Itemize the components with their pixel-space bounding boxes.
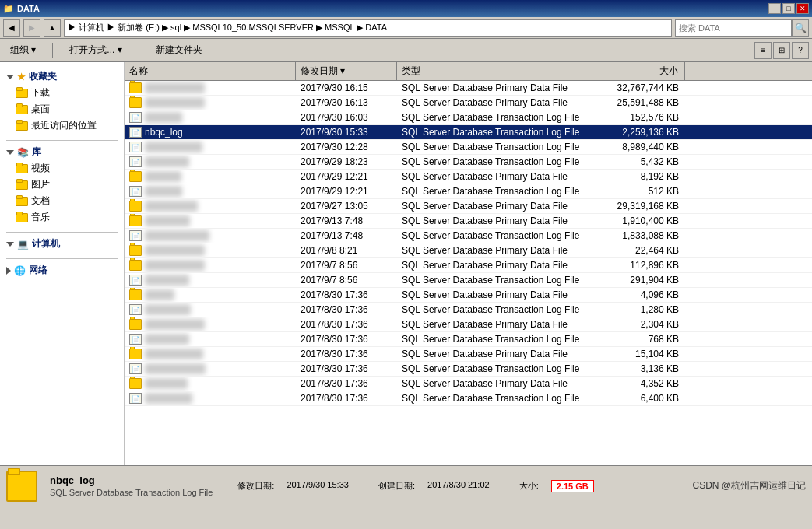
table-row[interactable]: █████████ 2017/9/7 8:56 SQL Server Datab… <box>125 258 812 273</box>
col-header-size[interactable]: 大小 <box>599 62 685 80</box>
table-row[interactable]: ████r 2017/8/30 17:36 SQL Server Databas… <box>125 288 812 303</box>
table-row[interactable]: 📄 M████████ 2017/8/30 17:36 SQL Server D… <box>125 362 812 377</box>
library-chevron <box>6 150 14 155</box>
table-row[interactable]: 📄 ████_log 2017/9/29 18:23 SQL Server Da… <box>125 155 812 170</box>
db-file-icon <box>129 378 142 389</box>
music-folder-icon <box>16 213 28 222</box>
table-row[interactable]: R█████r 2017/8/30 17:36 SQL Server Datab… <box>125 377 812 391</box>
file-cell-date: 2017/9/30 16:03 <box>296 110 397 124</box>
table-row[interactable]: ████db 2017/9/29 12:21 SQL Server Databa… <box>125 170 812 184</box>
sidebar-library-header[interactable]: 📚 库 <box>0 144 124 160</box>
file-name-blurred: R█████r <box>145 378 188 389</box>
table-row[interactable]: 📄 ████_log 2017/9/7 8:56 SQL Server Data… <box>125 273 812 288</box>
file-name-blurred: █████████ <box>145 245 205 256</box>
table-row[interactable]: 📄 ███blog 2017/9/29 12:21 SQL Server Dat… <box>125 184 812 199</box>
file-cell-date: 2017/9/8 8:21 <box>296 243 397 257</box>
file-cell-type: SQL Server Database Transaction Log File <box>397 332 599 346</box>
maximize-button[interactable]: □ <box>782 3 795 14</box>
minimize-button[interactable]: — <box>768 3 781 14</box>
sidebar-library-label: 库 <box>32 145 41 159</box>
sidebar-item-recent[interactable]: 最近访问的位置 <box>0 117 124 134</box>
file-cell-size: 15,104 KB <box>599 347 685 361</box>
file-name-blurred: M████████ <box>145 363 206 374</box>
back-button[interactable]: ◀ <box>3 19 20 37</box>
close-button[interactable]: ✕ <box>796 3 809 14</box>
sidebar-item-video[interactable]: 视频 <box>0 160 124 177</box>
db-file-icon <box>129 171 142 182</box>
help-button[interactable]: ? <box>792 42 809 59</box>
desktop-folder-icon <box>16 105 28 114</box>
file-name-blurred: ████_log <box>145 334 189 345</box>
address-field[interactable]: ▶ 计算机 ▶ 新加卷 (E:) ▶ sql ▶ MSSQL10_50.MSSQ… <box>64 19 672 37</box>
file-cell-name: 📄 ████_log <box>125 332 296 346</box>
table-row[interactable]: 📄 ████_add_log 2017/9/13 7:48 SQL Server… <box>125 229 812 243</box>
sidebar-favorites-header[interactable]: ★ 收藏夹 <box>0 68 124 85</box>
table-row[interactable]: 📄 ████_log 2017/8/30 17:36 SQL Server Da… <box>125 332 812 347</box>
size-value: 2.15 GB <box>551 480 594 492</box>
sidebar-divider-2 <box>6 232 118 233</box>
doc-folder-icon <box>16 197 28 206</box>
sidebar-item-music[interactable]: 音乐 <box>0 209 124 226</box>
sidebar-picture-label: 图片 <box>31 178 50 191</box>
table-row[interactable]: ███c_add 2017/9/13 7:48 SQL Server Datab… <box>125 214 812 229</box>
db-file-icon <box>129 260 142 271</box>
file-cell-name: █████████ <box>125 96 296 110</box>
table-row[interactable]: █████████ 2017/9/30 16:13 SQL Server Dat… <box>125 96 812 110</box>
file-cell-size: 22,464 KB <box>599 243 685 257</box>
table-row[interactable]: 📄 ███RUN_log 2017/9/30 12:28 SQL Server … <box>125 140 812 155</box>
file-cell-date: 2017/8/30 17:36 <box>296 317 397 331</box>
forward-button[interactable]: ▶ <box>23 19 40 37</box>
file-name: nbqc_log <box>145 127 183 138</box>
table-row[interactable]: ████XRUN 2017/9/27 13:05 SQL Server Data… <box>125 199 812 214</box>
up-button[interactable]: ▲ <box>44 19 61 37</box>
view-details-button[interactable]: ⊞ <box>773 42 790 59</box>
search-input[interactable] <box>675 19 792 37</box>
sidebar-item-picture[interactable]: 图片 <box>0 177 124 193</box>
table-row[interactable]: 📄 ████r_log 2017/8/30 17:36 SQL Server D… <box>125 391 812 406</box>
table-row[interactable]: █████████ 2017/9/8 8:21 SQL Server Datab… <box>125 243 812 258</box>
file-cell-date: 2017/9/29 12:21 <box>296 184 397 198</box>
sidebar-item-download[interactable]: 下载 <box>0 85 124 101</box>
status-info: nbqc_log SQL Server Database Transaction… <box>50 475 213 497</box>
view-list-button[interactable]: ≡ <box>754 42 772 59</box>
col-header-name[interactable]: 名称 <box>125 62 296 80</box>
created-value: 2017/8/30 21:02 <box>427 480 490 492</box>
file-cell-type: SQL Server Database Primary Data File <box>397 170 599 184</box>
sidebar-favorites-section: ★ 收藏夹 下载 桌面 最近访问的位置 <box>0 68 124 134</box>
table-row[interactable]: █████████ 2017/8/30 17:36 SQL Server Dat… <box>125 317 812 332</box>
file-cell-size: 291,904 KB <box>599 273 685 287</box>
sidebar-item-doc[interactable]: 文档 <box>0 193 124 209</box>
file-cell-date: 2017/9/30 16:13 <box>296 96 397 110</box>
sidebar-computer-header[interactable]: 💻 计算机 <box>0 236 124 252</box>
table-row[interactable]: 📄 ███_log 2017/9/30 16:03 SQL Server Dat… <box>125 110 812 125</box>
file-cell-size: 4,352 KB <box>599 377 685 391</box>
file-cell-type: SQL Server Database Transaction Log File <box>397 155 599 169</box>
file-cell-type: SQL Server Database Primary Data File <box>397 199 599 213</box>
sidebar-network-header[interactable]: 🌐 网络 <box>0 262 124 279</box>
window-title: DATA <box>17 4 40 13</box>
file-cell-name: █████████ <box>125 243 296 257</box>
table-row[interactable]: 📄 █████log 2017/8/30 17:36 SQL Server Da… <box>125 303 812 317</box>
file-name-blurred: ████_log <box>145 156 189 167</box>
file-cell-date: 2017/8/30 17:36 <box>296 362 397 376</box>
table-row[interactable]: 📄 nbqc_log 2017/9/30 15:33 SQL Server Da… <box>125 125 812 140</box>
new-folder-button[interactable]: 新建文件夹 <box>149 41 209 60</box>
sidebar-network-section: 🌐 网络 <box>0 262 124 279</box>
table-row[interactable]: █████████ 2017/9/30 16:15 SQL Server Dat… <box>125 81 812 96</box>
file-cell-type: SQL Server Database Transaction Log File <box>397 362 599 376</box>
file-cell-size: 1,910,400 KB <box>599 214 685 228</box>
open-button[interactable]: 打开方式... ▾ <box>62 41 128 60</box>
search-button[interactable]: 🔍 <box>792 19 809 37</box>
file-cell-type: SQL Server Database Transaction Log File <box>397 273 599 287</box>
file-cell-type: SQL Server Database Transaction Log File <box>397 140 599 154</box>
file-cell-type: SQL Server Database Primary Data File <box>397 347 599 361</box>
sidebar-library-section: 📚 库 视频 图片 文档 音乐 <box>0 144 124 226</box>
col-header-type[interactable]: 类型 <box>397 62 599 80</box>
db-file-icon <box>129 215 142 226</box>
organize-button[interactable]: 组织 ▾ <box>3 41 43 60</box>
file-cell-type: SQL Server Database Primary Data File <box>397 81 599 95</box>
sidebar-item-desktop[interactable]: 桌面 <box>0 101 124 117</box>
table-row[interactable]: ████████a 2017/8/30 17:36 SQL Server Dat… <box>125 347 812 362</box>
col-header-date[interactable]: 修改日期 ▾ <box>296 62 397 80</box>
file-cell-type: SQL Server Database Transaction Log File <box>397 125 599 139</box>
